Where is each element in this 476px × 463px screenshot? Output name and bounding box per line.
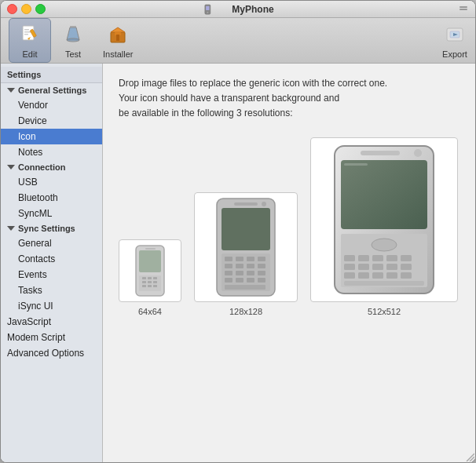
export-label: Export (442, 49, 467, 59)
svg-rect-3 (460, 6, 467, 8)
svg-rect-26 (153, 277, 157, 279)
svg-rect-50 (225, 278, 233, 283)
icon-slot-128[interactable]: 128x128 (194, 192, 298, 316)
svg-rect-51 (236, 278, 243, 283)
svg-rect-67 (358, 264, 369, 270)
svg-rect-28 (148, 281, 152, 283)
svg-rect-25 (148, 277, 152, 279)
sidebar-section-general-settings[interactable]: General Settings (1, 83, 102, 97)
svg-rect-27 (142, 281, 146, 283)
svg-rect-65 (401, 255, 412, 261)
svg-rect-58 (341, 160, 427, 229)
edit-icon (17, 22, 42, 47)
sidebar-item-tasks[interactable]: Tasks (1, 283, 102, 298)
svg-line-82 (473, 460, 474, 461)
close-button[interactable] (7, 4, 17, 14)
svg-rect-49 (258, 271, 265, 275)
sidebar-section-connection[interactable]: Connection (1, 160, 102, 174)
svg-rect-36 (222, 208, 270, 250)
svg-rect-66 (344, 264, 355, 270)
edit-button[interactable]: Edit (9, 18, 51, 63)
svg-rect-53 (258, 278, 265, 283)
titlebar-icon-area: MyPhone (202, 4, 273, 15)
svg-rect-64 (386, 255, 397, 261)
phone-icon (202, 4, 213, 15)
resize-icon (458, 2, 469, 13)
svg-rect-75 (401, 272, 412, 279)
icon-dropzone-128[interactable] (194, 192, 298, 302)
svg-rect-79 (344, 163, 368, 166)
minimize-button[interactable] (21, 4, 31, 14)
sidebar-item-modem-script[interactable]: Modem Script (1, 330, 102, 345)
sidebar-item-bluetooth[interactable]: Bluetooth (1, 190, 102, 206)
sidebar-item-javascript[interactable]: JavaScript (1, 314, 102, 330)
phone-preview-64 (130, 244, 170, 297)
svg-rect-44 (247, 264, 254, 268)
svg-rect-1 (206, 5, 209, 9)
svg-point-2 (207, 12, 208, 13)
svg-rect-6 (24, 29, 29, 31)
svg-point-78 (414, 149, 422, 157)
installer-icon (105, 22, 130, 47)
export-button[interactable]: Export (442, 22, 467, 59)
content-panel: Drop image files to replace the generic … (103, 64, 475, 462)
installer-button[interactable]: Installer (95, 19, 141, 62)
svg-rect-55 (234, 202, 258, 206)
icon-slot-512[interactable]: 512x512 (310, 137, 458, 316)
svg-rect-11 (70, 26, 76, 27)
svg-rect-43 (236, 264, 243, 268)
svg-rect-47 (236, 271, 243, 275)
edit-label: Edit (23, 49, 38, 59)
sidebar-item-device[interactable]: Device (1, 113, 102, 129)
resize-grip-icon (463, 450, 474, 461)
maximize-button[interactable] (35, 4, 46, 14)
svg-rect-46 (225, 271, 233, 275)
svg-rect-54 (225, 285, 265, 290)
sidebar-item-advanced-options[interactable]: Advanced Options (1, 345, 102, 361)
titlebar: MyPhone (1, 1, 475, 18)
svg-point-60 (372, 239, 397, 251)
sidebar-item-sync-general[interactable]: General (1, 235, 102, 251)
icon-label-128: 128x128 (229, 307, 262, 316)
svg-rect-29 (153, 281, 157, 283)
svg-rect-17 (116, 35, 119, 41)
triangle-connection-icon (7, 165, 15, 170)
svg-rect-8 (24, 34, 28, 35)
triangle-general-icon (7, 88, 15, 93)
svg-rect-41 (258, 257, 265, 261)
svg-rect-30 (142, 285, 146, 287)
phone-preview-512 (325, 143, 443, 296)
test-label: Test (65, 49, 81, 59)
svg-rect-38 (225, 257, 233, 261)
svg-rect-40 (247, 257, 254, 261)
svg-rect-42 (225, 264, 233, 268)
sidebar-item-events[interactable]: Events (1, 267, 102, 283)
test-button[interactable]: Test (53, 19, 93, 62)
window-title: MyPhone (232, 4, 273, 15)
sidebar-item-syncml[interactable]: SyncML (1, 206, 102, 221)
window-controls (7, 4, 46, 14)
icon-dropzone-512[interactable] (310, 137, 458, 302)
sidebar-item-icon[interactable]: Icon (1, 129, 102, 144)
sidebar-item-vendor[interactable]: Vendor (1, 97, 102, 113)
svg-rect-62 (358, 255, 369, 261)
svg-rect-45 (258, 264, 265, 268)
svg-rect-61 (344, 255, 355, 261)
sidebar-section-sync-settings[interactable]: Sync Settings (1, 221, 102, 235)
icon-label-64: 64x64 (138, 307, 162, 316)
icon-slot-64[interactable]: 64x64 (119, 239, 181, 316)
svg-rect-4 (460, 9, 467, 10)
sidebar-item-isync-ui[interactable]: iSync UI (1, 298, 102, 314)
sidebar-item-notes[interactable]: Notes (1, 144, 102, 160)
sidebar-item-usb[interactable]: USB (1, 174, 102, 190)
sidebar-item-contacts[interactable]: Contacts (1, 251, 102, 267)
svg-point-13 (67, 38, 79, 42)
test-icon (60, 22, 86, 47)
sidebar-header: Settings (1, 67, 102, 83)
svg-rect-72 (358, 272, 369, 279)
instructions: Drop image files to replace the generic … (119, 76, 460, 122)
export-icon (442, 22, 467, 47)
svg-rect-76 (344, 281, 424, 286)
phone-preview-128 (211, 197, 281, 297)
icon-dropzone-64[interactable] (119, 239, 181, 302)
